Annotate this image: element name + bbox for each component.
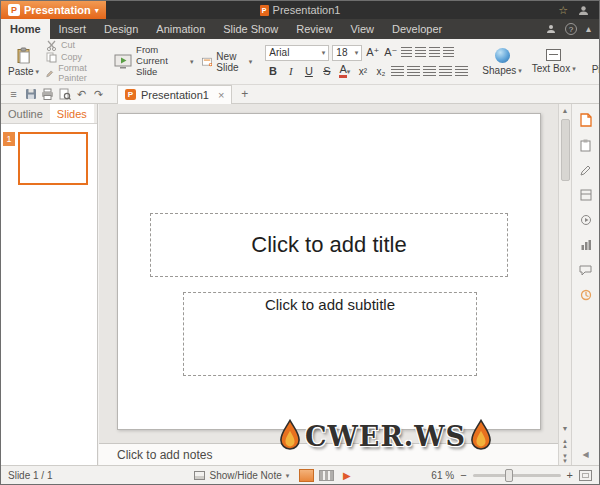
chart-pane-icon[interactable] bbox=[579, 238, 593, 252]
decrease-indent-icon[interactable] bbox=[429, 47, 440, 58]
picture-button[interactable]: Picture bbox=[587, 41, 599, 82]
slideshow-button[interactable]: ▶ bbox=[339, 469, 354, 482]
notes-placeholder-text: Click to add notes bbox=[117, 448, 212, 462]
fit-to-window-button[interactable] bbox=[579, 470, 592, 481]
zoom-percentage: 61 % bbox=[431, 470, 454, 481]
scrollbar-thumb[interactable] bbox=[561, 119, 570, 181]
ribbon: Paste▾ Cut Copy bbox=[1, 39, 599, 85]
tab-slides[interactable]: Slides bbox=[50, 104, 94, 123]
from-current-slide-label: From Current Slide bbox=[136, 45, 186, 78]
from-current-slide-button[interactable]: From Current Slide ▾ bbox=[110, 41, 198, 82]
shrink-font-label: A⁻ bbox=[384, 46, 397, 59]
tab-outline[interactable]: Outline bbox=[1, 104, 50, 123]
document-tab[interactable]: P Presentation1 × bbox=[117, 85, 232, 104]
tab-slide-show[interactable]: Slide Show bbox=[214, 19, 287, 39]
align-center-icon[interactable] bbox=[407, 66, 420, 77]
normal-view-button[interactable] bbox=[299, 469, 314, 482]
chevron-down-icon: ▾ bbox=[322, 49, 326, 56]
subscript-button[interactable]: x₂ bbox=[373, 64, 388, 79]
justify-icon[interactable] bbox=[439, 66, 452, 77]
collapse-ribbon-icon[interactable]: ▴ bbox=[586, 24, 591, 34]
save-button[interactable] bbox=[22, 86, 39, 102]
scroll-down-button[interactable]: ▼ bbox=[559, 422, 571, 435]
account-icon[interactable] bbox=[578, 5, 589, 16]
clipboard-pane-icon[interactable] bbox=[579, 138, 593, 152]
menu-icon[interactable]: ≡ bbox=[5, 86, 22, 102]
bullets-icon[interactable] bbox=[401, 47, 412, 58]
print-preview-button[interactable] bbox=[56, 86, 73, 102]
backup-pane-icon[interactable] bbox=[579, 288, 593, 302]
align-left-icon[interactable] bbox=[391, 66, 404, 77]
superscript-label: x² bbox=[359, 66, 367, 77]
italic-button[interactable]: I bbox=[283, 64, 298, 79]
close-tab-icon[interactable]: × bbox=[218, 89, 224, 101]
tab-design[interactable]: Design bbox=[95, 19, 147, 39]
title-placeholder[interactable]: Click to add title bbox=[150, 213, 508, 277]
shapes-button[interactable]: Shapes▾ bbox=[477, 41, 526, 82]
animation-pane-icon[interactable] bbox=[579, 213, 593, 227]
font-color-button[interactable]: A▾ bbox=[337, 64, 352, 79]
zoom-slider-handle[interactable] bbox=[505, 469, 513, 482]
tab-animation[interactable]: Animation bbox=[147, 19, 214, 39]
grow-font-button[interactable]: A⁺ bbox=[365, 45, 380, 60]
app-menu-button[interactable]: P Presentation ▾ bbox=[1, 1, 106, 19]
subtitle-placeholder[interactable]: Click to add subtitle bbox=[183, 292, 477, 376]
user-icon[interactable] bbox=[546, 24, 556, 34]
print-button[interactable] bbox=[39, 86, 56, 102]
superscript-button[interactable]: x² bbox=[355, 64, 370, 79]
app-logo-icon: P bbox=[8, 4, 20, 16]
tab-home[interactable]: Home bbox=[1, 19, 50, 39]
cut-button[interactable]: Cut bbox=[46, 40, 102, 51]
tab-home-label: Home bbox=[10, 23, 41, 35]
tab-insert[interactable]: Insert bbox=[50, 19, 96, 39]
format-painter-button[interactable]: Format Painter bbox=[46, 64, 102, 84]
new-tab-button[interactable]: + bbox=[236, 86, 253, 102]
paste-button[interactable]: Paste▾ bbox=[3, 41, 44, 82]
copy-button[interactable]: Copy bbox=[46, 52, 102, 63]
skin-icon[interactable]: ☆ bbox=[558, 5, 568, 16]
strikethrough-button[interactable]: S bbox=[319, 64, 334, 79]
slide-counter: Slide 1 / 1 bbox=[8, 470, 52, 481]
comment-pane-icon[interactable] bbox=[579, 263, 593, 277]
picture-label: Picture bbox=[592, 64, 599, 75]
next-slide-button[interactable]: ▼▼ bbox=[559, 452, 571, 465]
text-box-button[interactable]: Text Box▾ bbox=[527, 41, 581, 82]
new-slide-button[interactable]: New Slide ▾ bbox=[198, 41, 257, 82]
tab-developer[interactable]: Developer bbox=[383, 19, 451, 39]
format-pane-icon[interactable] bbox=[579, 163, 593, 177]
increase-indent-icon[interactable] bbox=[443, 47, 454, 58]
bold-button[interactable]: B bbox=[265, 64, 280, 79]
slide-thumbnail[interactable] bbox=[18, 132, 88, 185]
layout-pane-icon[interactable] bbox=[579, 188, 593, 202]
slide-thumbnail-row: 1 bbox=[1, 132, 97, 194]
zoom-slider[interactable] bbox=[473, 474, 561, 477]
numbering-icon[interactable] bbox=[415, 47, 426, 58]
zoom-out-button[interactable]: − bbox=[460, 470, 466, 481]
tab-review[interactable]: Review bbox=[287, 19, 341, 39]
underline-button[interactable]: U bbox=[301, 64, 316, 79]
undo-button[interactable]: ↶ bbox=[73, 86, 90, 102]
help-icon[interactable]: ? bbox=[565, 23, 577, 35]
redo-button[interactable]: ↷ bbox=[90, 86, 107, 102]
previous-slide-button[interactable]: ▲▲ bbox=[559, 437, 571, 450]
collapse-pane-icon[interactable]: ◀ bbox=[582, 450, 588, 459]
tab-view-label: View bbox=[350, 23, 374, 35]
scroll-up-button[interactable]: ▲ bbox=[559, 104, 571, 117]
slide-canvas-region: Click to add title Click to add subtitle… bbox=[99, 104, 558, 443]
zoom-in-button[interactable]: + bbox=[567, 470, 573, 481]
shrink-font-button[interactable]: A⁻ bbox=[383, 45, 398, 60]
view-switcher: ▶ bbox=[299, 469, 354, 482]
show-hide-note-button[interactable]: Show/Hide Note ▾ bbox=[194, 470, 289, 481]
align-right-icon[interactable] bbox=[423, 66, 436, 77]
line-spacing-icon[interactable] bbox=[455, 66, 468, 77]
title-placeholder-text: Click to add title bbox=[251, 232, 406, 258]
shapes-label: Shapes bbox=[482, 65, 516, 76]
notes-pane[interactable]: Click to add notes bbox=[99, 443, 558, 465]
slide-canvas[interactable]: Click to add title Click to add subtitle bbox=[117, 113, 541, 430]
font-name-select[interactable]: Arial ▾ bbox=[265, 45, 329, 61]
vertical-scrollbar[interactable]: ▲ ▼ ▲▲ ▼▼ bbox=[558, 104, 571, 465]
font-size-select[interactable]: 18 ▾ bbox=[332, 45, 362, 61]
new-file-icon[interactable] bbox=[579, 113, 593, 127]
tab-view[interactable]: View bbox=[341, 19, 383, 39]
slide-sorter-view-button[interactable] bbox=[319, 470, 334, 481]
